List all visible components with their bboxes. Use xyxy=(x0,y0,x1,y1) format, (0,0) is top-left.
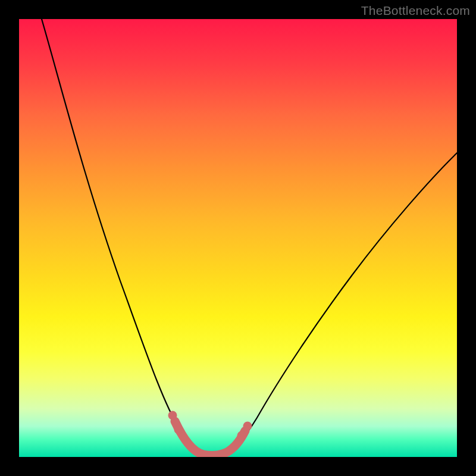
marker-dot xyxy=(237,431,246,440)
chart-frame: TheBottleneck.com xyxy=(0,0,476,476)
curve-layer xyxy=(19,19,457,457)
marker-dot xyxy=(243,422,252,431)
marker-dot xyxy=(174,425,183,434)
marker-dot xyxy=(168,411,177,420)
watermark-text: TheBottleneck.com xyxy=(361,4,470,18)
bottleneck-curve xyxy=(42,19,457,455)
marker-band xyxy=(175,421,245,455)
gradient-plot-area xyxy=(19,19,457,457)
